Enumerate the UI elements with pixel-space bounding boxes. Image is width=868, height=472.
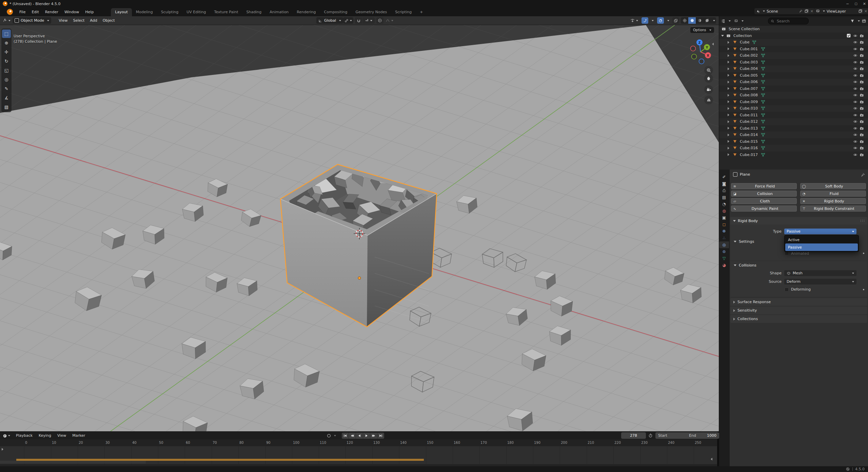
outliner-row[interactable]: Scene Collection bbox=[719, 26, 868, 33]
tab-scripting[interactable]: Scripting bbox=[391, 8, 416, 16]
outliner-row[interactable]: Cube.002 bbox=[719, 52, 868, 59]
outliner-item-name[interactable]: Cube.014 bbox=[740, 133, 758, 137]
timeline-ruler[interactable]: 0102030405060708090100110120130140150160… bbox=[0, 439, 717, 446]
outliner-item-name[interactable]: Cube.003 bbox=[740, 60, 758, 64]
timeline-menu-marker[interactable]: Marker bbox=[69, 432, 88, 439]
timeline-menu-view[interactable]: View bbox=[54, 432, 69, 439]
deforming-checkbox[interactable] bbox=[785, 288, 789, 292]
outliner-item-name[interactable]: Cube.008 bbox=[740, 93, 758, 97]
section-sensitivity[interactable]: Sensitivity bbox=[730, 307, 867, 314]
shading-wireframe-button[interactable] bbox=[681, 17, 688, 24]
editor-type-3dview-icon[interactable] bbox=[3, 17, 11, 24]
outliner-row[interactable]: Cube.012 bbox=[719, 118, 868, 125]
tool-measure[interactable]: ∡ bbox=[2, 94, 11, 102]
tab-sculpting[interactable]: Sculpting bbox=[157, 8, 182, 16]
section-surface-response[interactable]: Surface Response bbox=[730, 298, 867, 306]
zoom-tool-icon[interactable] bbox=[704, 66, 713, 75]
new-view-layer-icon[interactable] bbox=[859, 9, 863, 13]
outliner-row[interactable]: Cube.001 bbox=[719, 46, 868, 53]
properties-tab-render[interactable]: ◙ bbox=[719, 180, 729, 187]
outliner-row[interactable]: Cube.016 bbox=[719, 145, 868, 152]
use-preview-range-stopwatch-icon[interactable] bbox=[648, 433, 652, 437]
hide-viewport-eye-icon[interactable] bbox=[853, 40, 857, 45]
timeline-menu-playback[interactable]: Playback bbox=[13, 432, 36, 439]
outliner-item-name[interactable]: Cube.005 bbox=[740, 73, 758, 78]
proportional-falloff-dropdown[interactable] bbox=[384, 17, 394, 24]
outliner-row[interactable]: Cube.013 bbox=[719, 125, 868, 132]
outliner-item-name[interactable]: Cube.015 bbox=[740, 139, 758, 144]
outliner-row[interactable]: Cube.004 bbox=[719, 65, 868, 72]
disable-render-camera-icon[interactable] bbox=[859, 80, 864, 84]
gizmo-dropdown[interactable] bbox=[649, 17, 655, 24]
dynamic-paint-button[interactable]: ∿Dynamic Paint bbox=[731, 205, 797, 212]
hide-viewport-eye-icon[interactable] bbox=[853, 93, 857, 98]
collision-source-dropdown[interactable]: Deform bbox=[784, 279, 856, 284]
outliner-row[interactable]: Cube.017 bbox=[719, 152, 868, 158]
proportional-editing-icon[interactable] bbox=[376, 17, 383, 24]
auto-keying-toggle[interactable] bbox=[327, 433, 336, 438]
hide-viewport-eye-icon[interactable] bbox=[853, 152, 857, 157]
outliner-item-name[interactable]: Cube.007 bbox=[740, 86, 758, 91]
outliner-item-name[interactable]: Cube.012 bbox=[740, 119, 758, 124]
outliner-item-name[interactable]: Cube.009 bbox=[740, 100, 758, 104]
rigid-body-constraint-button[interactable]: ⊤Rigid Body Constraint bbox=[800, 205, 866, 212]
force-field-button[interactable]: ≋Force Field bbox=[731, 183, 797, 189]
outliner-row[interactable]: Cube.007 bbox=[719, 85, 868, 92]
collision-shape-dropdown[interactable]: Mesh bbox=[784, 270, 856, 276]
outliner-item-name[interactable]: Scene Collection bbox=[729, 27, 760, 31]
new-collection-icon[interactable] bbox=[862, 19, 866, 23]
hide-viewport-eye-icon[interactable] bbox=[853, 113, 857, 117]
properties-tab-world[interactable]: ◍ bbox=[719, 208, 729, 214]
outliner-item-name[interactable]: Cube.010 bbox=[740, 106, 758, 111]
current-frame-field[interactable]: 278 bbox=[621, 432, 646, 439]
disable-render-camera-icon[interactable] bbox=[859, 53, 864, 58]
fluid-button[interactable]: ◔Fluid bbox=[800, 191, 866, 197]
disclosure-icon[interactable] bbox=[728, 41, 729, 44]
properties-tab-view-layer[interactable]: ▤ bbox=[719, 194, 729, 201]
rigid-body-type-dropdown[interactable]: Passive bbox=[784, 229, 856, 234]
properties-tab-modifiers[interactable]: ☸ bbox=[719, 228, 729, 235]
pin-id-icon[interactable] bbox=[861, 173, 865, 177]
outliner-item-name[interactable]: Cube.004 bbox=[740, 66, 758, 71]
cloth-button[interactable]: ▱Cloth bbox=[731, 198, 797, 204]
new-scene-icon[interactable] bbox=[805, 9, 809, 13]
chevron-down-icon[interactable] bbox=[8, 435, 10, 436]
tool-cursor[interactable]: ⊕ bbox=[2, 39, 11, 47]
disable-render-camera-icon[interactable] bbox=[859, 119, 864, 124]
snap-toggle-magnet-icon[interactable] bbox=[355, 17, 362, 24]
tab-compositing[interactable]: Compositing bbox=[320, 8, 352, 16]
outliner-search[interactable] bbox=[768, 18, 809, 24]
disable-render-camera-icon[interactable] bbox=[859, 139, 864, 144]
disable-render-camera-icon[interactable] bbox=[859, 60, 864, 64]
outliner-row[interactable]: Cube.008 bbox=[719, 92, 868, 99]
timeline-channel-area[interactable] bbox=[0, 446, 717, 464]
outliner-row[interactable]: Cube bbox=[719, 39, 868, 46]
hide-viewport-eye-icon[interactable] bbox=[853, 126, 857, 131]
viewport-menu-select[interactable]: Select bbox=[70, 17, 87, 24]
hide-viewport-eye-icon[interactable] bbox=[853, 60, 857, 64]
collision-button[interactable]: ◪Collision bbox=[731, 191, 797, 197]
type-menu-item-passive[interactable]: Passive bbox=[785, 243, 858, 251]
menu-help[interactable]: Help bbox=[82, 8, 97, 16]
disclosure-icon[interactable] bbox=[728, 120, 729, 123]
chevron-down-icon[interactable] bbox=[858, 20, 860, 22]
pin-icon[interactable] bbox=[799, 9, 803, 13]
outliner-row[interactable]: Cube.010 bbox=[719, 105, 868, 112]
disclosure-icon[interactable] bbox=[728, 94, 729, 97]
scene-name[interactable]: Scene bbox=[767, 9, 778, 14]
menu-render[interactable]: Render bbox=[42, 8, 61, 16]
properties-tab-scene[interactable]: ◔ bbox=[719, 201, 729, 208]
camera-view-icon[interactable] bbox=[704, 85, 713, 94]
jump-prev-keyframe-button[interactable] bbox=[349, 433, 356, 439]
remove-view-layer-icon[interactable]: ✕ bbox=[864, 9, 867, 14]
perspective-toggle-grid-icon[interactable] bbox=[704, 96, 713, 104]
navigation-gizmo[interactable]: ZYX bbox=[685, 34, 719, 70]
rigid-body-panel-header[interactable]: Rigid Body bbox=[730, 217, 867, 224]
mode-dropdown[interactable]: Object Mode bbox=[13, 17, 51, 24]
outliner-display-mode-icon[interactable] bbox=[734, 19, 738, 23]
timeline-collapse-arrow[interactable] bbox=[711, 457, 712, 461]
deforming-decorator-dot[interactable] bbox=[863, 289, 864, 290]
overlays-dropdown[interactable] bbox=[664, 17, 671, 24]
outliner-item-name[interactable]: Cube.017 bbox=[740, 153, 758, 157]
view-layer-selector[interactable]: ViewLayer ✕ bbox=[814, 8, 868, 14]
